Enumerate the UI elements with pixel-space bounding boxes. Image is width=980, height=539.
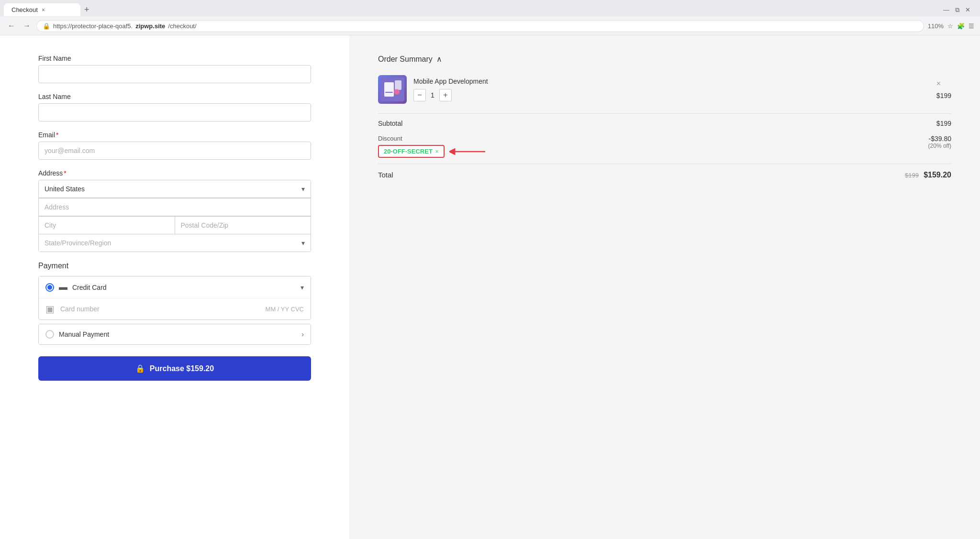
address-required-marker: * (64, 169, 66, 177)
browser-close-icon[interactable]: ✕ (965, 6, 970, 14)
credit-card-option[interactable]: ▬ Credit Card ▾ ▣ MM / YY CVC (38, 276, 311, 320)
order-item-price: $199 (936, 92, 951, 99)
address-label: Address* (38, 169, 311, 177)
svg-rect-3 (385, 92, 393, 93)
purchase-lock-icon: 🔒 (135, 364, 145, 373)
subtotal-row: Subtotal $199 (378, 116, 951, 131)
country-select-wrapper: United States ▾ (39, 180, 311, 198)
order-item-details: Mobile App Development − 1 + (413, 77, 930, 101)
qty-decrease-button[interactable]: − (413, 89, 426, 101)
forward-button[interactable]: → (21, 20, 33, 32)
browser-minimize-icon[interactable]: — (943, 6, 949, 14)
discount-pct: (20% off) (928, 143, 951, 149)
order-item: Mobile App Development − 1 + × $199 (378, 75, 951, 104)
summary-divider-2 (378, 164, 951, 164)
manual-payment-radio[interactable] (45, 330, 54, 339)
manual-payment-chevron-icon: › (301, 330, 304, 338)
card-number-input[interactable] (60, 305, 260, 313)
total-label: Total (378, 171, 393, 179)
payment-group: Payment ▬ Credit Card ▾ ▣ (38, 262, 311, 345)
browser-tab[interactable]: Checkout × (4, 3, 80, 16)
card-date-cvc: MM / YY CVC (266, 306, 304, 313)
total-final-price: $159.20 (924, 171, 951, 179)
url-domain: zipwp.site (135, 22, 165, 30)
discount-badge-arrow: 20-OFF-SECRET × (378, 145, 488, 158)
manual-payment-option[interactable]: Manual Payment › (38, 324, 311, 345)
tab-close-icon[interactable]: × (42, 7, 45, 13)
credit-card-chevron-icon: ▾ (301, 284, 304, 291)
order-item-qty-controls: − 1 + (413, 89, 930, 101)
address-city-postal-row (39, 216, 311, 234)
svg-rect-2 (395, 80, 401, 90)
card-input-row: ▣ MM / YY CVC (39, 298, 311, 319)
discount-badge: 20-OFF-SECRET × (378, 145, 445, 158)
order-summary-chevron-icon: ∧ (436, 55, 442, 64)
subtotal-value: $199 (936, 120, 951, 127)
extensions-icon[interactable]: 🧩 (957, 22, 965, 30)
manual-payment-header: Manual Payment › (39, 324, 311, 344)
purchase-button[interactable]: 🔒 Purchase $159.20 (38, 356, 311, 381)
postal-input[interactable] (175, 216, 311, 234)
discount-remove-button[interactable]: × (435, 148, 439, 155)
manual-payment-label: Manual Payment (59, 330, 109, 338)
order-item-price-close: × $199 (936, 79, 951, 99)
order-item-name: Mobile App Development (413, 77, 930, 85)
address-input[interactable] (39, 198, 311, 216)
state-select-wrapper: State/Province/Region ▾ (39, 234, 311, 252)
back-button[interactable]: ← (6, 20, 17, 32)
order-item-image (378, 75, 407, 104)
url-prefix: https://protector-place-qoaf5. (53, 22, 133, 30)
last-name-input[interactable] (38, 103, 311, 121)
address-bar[interactable]: 🔒 https://protector-place-qoaf5.zipwp.si… (36, 20, 924, 32)
last-name-group: Last Name (38, 93, 311, 121)
browser-controls: ← → 🔒 https://protector-place-qoaf5.zipw… (0, 17, 980, 35)
total-price: $199 $159.20 (905, 171, 951, 179)
last-name-label: Last Name (38, 93, 311, 100)
card-chip-icon: ▣ (45, 303, 55, 315)
menu-icon[interactable]: ☰ (969, 22, 974, 30)
browser-restore-icon[interactable]: ⧉ (955, 6, 959, 14)
credit-card-label: Credit Card (72, 284, 107, 291)
order-summary-panel: Order Summary ∧ Mobile App Development −… (349, 35, 980, 539)
discount-row: Discount 20-OFF-SECRET × (378, 131, 951, 162)
credit-card-left: ▬ Credit Card (45, 282, 107, 292)
order-item-close-icon[interactable]: × (936, 79, 941, 88)
bookmark-icon[interactable]: ☆ (947, 22, 953, 30)
manual-payment-left: Manual Payment (45, 330, 109, 339)
discount-left: Discount 20-OFF-SECRET × (378, 135, 488, 158)
qty-increase-button[interactable]: + (439, 89, 452, 101)
browser-right-controls: 110% ☆ 🧩 ☰ (928, 22, 974, 30)
svg-point-4 (394, 89, 400, 95)
purchase-button-label: Purchase $159.20 (150, 364, 214, 373)
credit-card-icon: ▬ (59, 282, 67, 292)
browser-tabs: Checkout × + — ⧉ ✕ (0, 0, 980, 17)
first-name-group: First Name (38, 55, 311, 83)
new-tab-button[interactable]: + (80, 3, 93, 17)
city-input[interactable] (39, 216, 175, 234)
url-path: /checkout/ (168, 22, 196, 30)
state-select[interactable]: State/Province/Region (39, 234, 311, 252)
email-required-marker: * (56, 131, 58, 139)
qty-value: 1 (431, 91, 434, 99)
total-original-price: $199 (905, 172, 919, 179)
discount-amount: -$39.80 (928, 135, 951, 143)
discount-right: -$39.80 (20% off) (928, 135, 951, 149)
first-name-input[interactable] (38, 65, 311, 83)
address-section: United States ▾ State/Province/Region ▾ (38, 180, 311, 252)
email-input[interactable] (38, 142, 311, 160)
checkout-form: First Name Last Name Email* Address* (0, 35, 349, 539)
subtotal-label: Subtotal (378, 120, 402, 127)
total-row: Total $199 $159.20 (378, 166, 951, 184)
email-label: Email* (38, 131, 311, 139)
zoom-level: 110% (928, 22, 944, 30)
svg-rect-1 (384, 82, 394, 97)
browser-chrome: Checkout × + — ⧉ ✕ ← → 🔒 https://protect… (0, 0, 980, 35)
credit-card-header: ▬ Credit Card ▾ (39, 276, 311, 298)
address-group: Address* United States ▾ (38, 169, 311, 252)
country-select[interactable]: United States (39, 180, 311, 198)
payment-title: Payment (38, 262, 311, 270)
credit-card-radio[interactable] (45, 283, 54, 292)
first-name-label: First Name (38, 55, 311, 62)
page-wrapper: First Name Last Name Email* Address* (0, 35, 980, 539)
tab-title: Checkout (11, 6, 38, 13)
